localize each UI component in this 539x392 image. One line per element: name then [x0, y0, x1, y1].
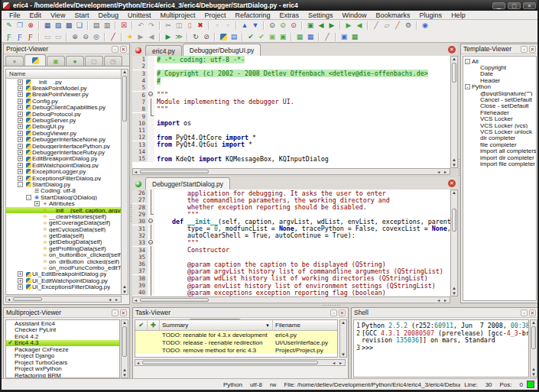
linguist-icon[interactable]: ▦ [305, 32, 316, 42]
project-tree-item[interactable]: ☰Coding: utf-8 [6, 188, 121, 194]
template-tree-item[interactable]: Header [463, 77, 536, 83]
code-line[interactable]: 28 whether exception reporting should be… [132, 204, 450, 211]
close-all-icon[interactable]: ☒ [119, 21, 129, 31]
project-tree-item[interactable]: ∞__clearHistories(self) [6, 213, 121, 219]
fold-margin[interactable] [148, 77, 154, 84]
fold-margin[interactable] [148, 120, 154, 127]
template-tree-item[interactable]: import file completer [463, 160, 536, 167]
expander-plus-icon[interactable]: + [18, 150, 23, 155]
undo-icon[interactable]: ↶ [135, 21, 146, 31]
close-tab-icon[interactable]: ✕ [448, 46, 456, 53]
open-icon[interactable]: ❐ [15, 21, 25, 31]
project-tree-item[interactable]: -StartDialog.py [6, 181, 121, 187]
zoom-out-icon[interactable]: ⊖ [80, 32, 91, 42]
task-col-summary[interactable]: Summary ▼ [160, 320, 273, 330]
project-tree-item[interactable]: +DebugUI.py [6, 124, 121, 130]
shell-window-icon[interactable]: ▤ [229, 32, 239, 42]
task-hscrollbar[interactable]: ◂◂ ▸ [135, 359, 346, 366]
project-tree-item[interactable]: ∞getData(self) [6, 232, 121, 238]
multiproject-vscrollbar[interactable]: ▲ ▲▼ [121, 319, 128, 378]
code-line[interactable]: 14 [132, 148, 450, 155]
project-tree-item[interactable]: -◉StartDialog(QDialog) [6, 194, 121, 200]
code-line[interactable]: 1# -*- coding: utf-8 -*- [132, 56, 450, 63]
menu-unittest[interactable]: Unittest [123, 11, 156, 19]
project-tab-sources[interactable] [24, 54, 46, 66]
code-line[interactable]: 5 [132, 84, 450, 91]
expander-plus-icon[interactable]: + [18, 284, 23, 290]
project-tree-item[interactable]: +Ui_EditWatchpointDialog.py [6, 277, 121, 283]
close-icon[interactable]: ✕ [529, 46, 536, 53]
doc-props-icon[interactable]: ▫ [212, 21, 222, 31]
fold-margin[interactable] [148, 112, 154, 119]
copy-icon[interactable]: ◫ [174, 21, 184, 31]
code-line[interactable]: 7Module implementing the debugger UI. [132, 99, 450, 105]
close-icon[interactable]: ⊗ [25, 21, 36, 31]
expander-minus-icon[interactable]: - [465, 59, 470, 64]
cut-icon[interactable]: ✂ [163, 21, 174, 31]
menu-debug[interactable]: Debug [93, 11, 123, 19]
print-preview-icon[interactable]: ▥ [102, 21, 112, 31]
project-tab-sources-alt[interactable]: ● [5, 56, 24, 66]
code-line[interactable]: 15from KdeQt import KQMessageBox, KQInpu… [132, 155, 450, 162]
task-row[interactable]: TODO: reenable for 4.3.x developmenteric… [135, 331, 337, 339]
find-file3-icon[interactable]: Ƒ [25, 32, 36, 42]
paste-icon[interactable]: ▯ [184, 21, 195, 31]
unittest-icon[interactable]: ✔ [245, 32, 256, 42]
project-tree-item[interactable]: ∞getProfilingData(self) [6, 245, 121, 251]
fold-margin[interactable] [148, 275, 154, 282]
multiproject-item[interactable]: Assistant Eric4 [6, 320, 119, 327]
fold-margin[interactable] [148, 148, 154, 155]
gear-icon[interactable]: ⚙ [403, 21, 414, 31]
save-as-icon[interactable]: ▨ [53, 21, 63, 31]
expander-plus-icon[interactable]: + [18, 112, 23, 117]
bookmark-down-icon[interactable]: ▼ [250, 21, 261, 31]
multiproject-item[interactable]: Project Django [6, 353, 119, 360]
template-tree-item[interactable]: VCS Locker unlock [463, 128, 536, 134]
search-icon[interactable]: ⊙ [267, 21, 278, 31]
project-tree-hscrollbar[interactable]: ◂◂ ▸ [5, 296, 122, 303]
multiproject-item[interactable]: Project TurboGears [6, 359, 119, 366]
stop-icon[interactable]: ⊘ [201, 32, 212, 42]
code-line[interactable]: 29 """ [132, 211, 450, 218]
project-tree-item[interactable]: ∞on_dirButton_clicked(self) [6, 258, 121, 264]
template-tree-item[interactable]: -Python [463, 84, 536, 90]
template-tree-item[interactable]: import dir completer [463, 154, 536, 160]
fold-open-icon[interactable]: − [148, 219, 153, 223]
fold-margin[interactable] [148, 99, 154, 105]
expander-plus-icon[interactable]: + [18, 92, 23, 97]
task-check-icon[interactable]: ✔ [135, 320, 148, 330]
task-col-filename[interactable]: Filename [273, 320, 338, 330]
template-tree-item[interactable]: VCS Locker [463, 116, 536, 122]
doc-props2-icon[interactable]: ▫ [222, 21, 233, 31]
detach-icon[interactable]: ▫ [112, 309, 119, 316]
expander-plus-icon[interactable]: + [18, 176, 23, 181]
highlight-icon[interactable]: ╱ [108, 32, 119, 42]
detach-icon[interactable]: ▫ [521, 309, 528, 316]
menu-file[interactable]: File [5, 11, 25, 19]
code-line[interactable]: 13from PyQt4.QtGui import * [132, 141, 450, 148]
webbrowser-icon[interactable]: ◉ [420, 21, 430, 31]
fold-margin[interactable] [148, 127, 154, 134]
save-all-icon[interactable]: ▩ [63, 21, 74, 31]
search-files-icon[interactable]: ⊙ [278, 21, 288, 31]
viewmanager-icon[interactable]: ▣ [339, 32, 349, 42]
code-line[interactable]: 30− def __init__(self, caption, argvList… [132, 218, 450, 225]
code-line[interactable]: 40 @param exceptions exception reporting… [132, 289, 450, 296]
fold-margin[interactable] [148, 63, 154, 70]
expander-plus-icon[interactable]: + [18, 163, 23, 168]
code-line[interactable]: 2 [132, 63, 450, 70]
task-row[interactable]: TODO: remove method for eric 4.3Project/… [135, 346, 337, 354]
project-tree-item[interactable]: +ExceptionLogger.py [6, 168, 121, 174]
fold-open-icon[interactable]: − [148, 92, 153, 96]
project-tab-forms[interactable]: ▣ [47, 56, 65, 66]
menu-edit[interactable]: Edit [25, 11, 47, 19]
fold-open-icon[interactable]: − [148, 240, 153, 245]
code-line[interactable]: 11 [132, 127, 450, 134]
unittest-restart-icon[interactable]: ✔ [256, 32, 267, 42]
replace-icon[interactable]: ⊙ [288, 21, 299, 31]
project-tree-item[interactable]: +DebugClientCapabilities.py [6, 105, 121, 111]
multiproject-item[interactable]: ✔Eric4 4.3 [6, 340, 119, 347]
code-line[interactable]: 6−""" [132, 91, 450, 98]
menu-refactoring[interactable]: Refactoring [230, 11, 274, 19]
editor-top-body[interactable]: 1# -*- coding: utf-8 -*-23# Copyright (c… [132, 56, 450, 168]
